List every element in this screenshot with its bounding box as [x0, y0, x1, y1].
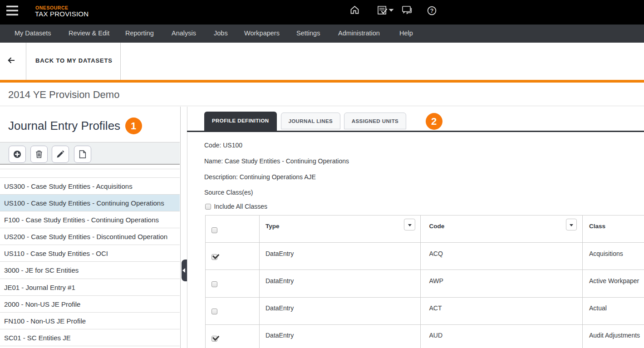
svg-text:?: ?: [430, 8, 434, 14]
